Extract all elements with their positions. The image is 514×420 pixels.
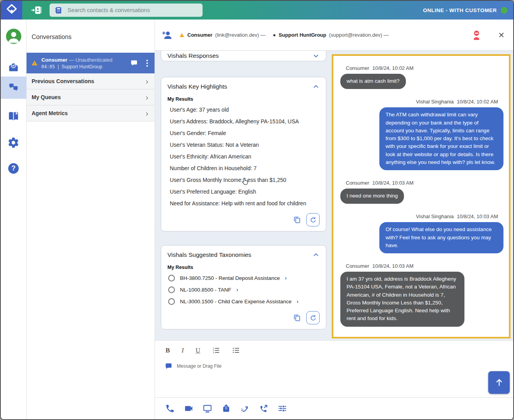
highlight-item: User's Veteran Status: Not a Veteran — [167, 139, 320, 151]
italic-button[interactable]: I — [181, 347, 184, 354]
screen-share-icon[interactable] — [202, 404, 212, 413]
taxonomy-option[interactable]: NL-3000.1500 - Child Care Expense Assist… — [167, 295, 320, 307]
chat-bubble-icon[interactable] — [130, 59, 138, 67]
chat-message: Consumer10/8/24, 10:03 AM I need one mor… — [340, 180, 503, 204]
sidebar-item-agent-metrics[interactable]: Agent Metrics › — [27, 105, 155, 121]
contact-directory-icon[interactable] — [31, 5, 43, 15]
participants-list: Consumer (link@revation.dev) — ● Support… — [179, 32, 389, 38]
underline-button[interactable]: U — [196, 347, 200, 354]
block-user-icon[interactable] — [471, 29, 482, 41]
message-sender: Consumer — [346, 180, 369, 186]
inbox-check-icon[interactable] — [8, 62, 19, 73]
warning-triangle-icon — [179, 32, 185, 38]
highlight-item: User's Preferred Language: English — [167, 186, 320, 198]
presence-status[interactable]: ONLINE - WITH CUSTOMER — [423, 7, 507, 14]
taxonomy-label: BH-3800.7250 - Rental Deposit Assistance — [180, 275, 280, 281]
copy-icon[interactable] — [293, 215, 301, 224]
ai-transfer-icon[interactable] — [240, 404, 250, 413]
call-actions-toolbar — [155, 397, 513, 419]
sidebar-item-conversations[interactable] — [1, 77, 27, 99]
participant-detail: (link@revation.dev) — — [215, 32, 265, 38]
online-indicator — [501, 7, 507, 14]
message-sender: Vishal Singhania — [416, 214, 454, 219]
highlight-item: User's Age: 37 years old — [167, 104, 320, 116]
warning-triangle-icon — [31, 60, 38, 66]
highlight-item: User's Address: Braddock, Allegheny PA-1… — [167, 116, 320, 127]
close-conversation-icon[interactable]: ✕ — [498, 30, 505, 40]
conversation-status: — Unauthenticated — [69, 57, 112, 63]
message-bubble: Of course! What else do you need assista… — [379, 222, 503, 253]
taxonomy-label: NL-1000.8500 - TANF — [180, 287, 231, 293]
chevron-down-icon[interactable] — [312, 52, 320, 60]
card-title: Vishals Suggested Taxonomies — [167, 251, 251, 258]
app-window: ONLINE - WITH CUSTOMER — [0, 0, 514, 420]
help-icon[interactable]: ? — [7, 162, 20, 174]
chat-message: Vishal Singhania10/8/24, 10:02 AM The AT… — [340, 99, 503, 170]
svg-text:3: 3 — [213, 351, 214, 354]
message-sender: Consumer — [346, 263, 369, 269]
presence-status-label: ONLINE - WITH CUSTOMER — [423, 7, 497, 13]
taxonomy-chevron-icon[interactable]: › — [297, 298, 299, 304]
message-timestamp: 10/8/24, 10:02 AM — [372, 65, 414, 71]
contacts-book-icon — [54, 6, 62, 14]
file-share-icon[interactable] — [221, 404, 231, 413]
conversation-list-item-active[interactable]: Consumer— Unauthenticated 04:05 | Suppor… — [27, 53, 155, 73]
sidebar-item-my-queues[interactable]: My Queues › — [27, 89, 155, 105]
message-bubble: I need one more thing — [340, 189, 404, 204]
call-settings-icon[interactable] — [277, 404, 287, 413]
bullet-list-icon[interactable] — [232, 346, 240, 354]
radio-button[interactable] — [168, 275, 175, 281]
send-button[interactable] — [488, 371, 510, 394]
card-vishals-key-highlights: Vishals Key Highlights My Results User's… — [161, 77, 326, 231]
message-timestamp: 10/8/24, 10:03 AM — [372, 263, 414, 269]
highlight-item: User's Ethnicity: African American — [167, 151, 320, 162]
phone-call-icon[interactable] — [165, 404, 175, 413]
participant-name: Consumer — [187, 32, 212, 38]
card-title: Vishals Responses — [167, 52, 219, 59]
knowledge-book-icon[interactable] — [7, 110, 20, 122]
formatting-toolbar: B I U 123 — [155, 341, 513, 354]
copy-icon[interactable] — [293, 313, 301, 322]
conversation-main: Consumer (link@revation.dev) — ● Support… — [155, 20, 513, 419]
conversations-title: Conversations — [32, 34, 155, 41]
conversation-timer: 04:05 — [41, 64, 55, 69]
bold-button[interactable]: B — [165, 347, 170, 354]
video-call-icon[interactable] — [183, 404, 194, 413]
message-input[interactable]: Message or Drag File — [155, 354, 513, 370]
add-participant-icon[interactable] — [162, 30, 173, 41]
ordered-list-icon[interactable]: 123 — [212, 346, 220, 354]
taxonomy-option[interactable]: NL-1000.8500 - TANF › — [167, 284, 320, 295]
taxonomy-option[interactable]: BH-3800.7250 - Rental Deposit Assistance… — [167, 272, 320, 284]
chat-message: Vishal Singhania10/8/24, 10:03 AM Of cou… — [340, 214, 503, 253]
chevron-up-icon[interactable] — [312, 251, 320, 258]
message-bubble: what is atm cash limit? — [340, 74, 406, 89]
taxonomy-chevron-icon[interactable]: › — [285, 275, 287, 281]
chat-transcript[interactable]: Consumer10/8/24, 10:02 AM what is atm ca… — [332, 54, 510, 338]
chat-message: Consumer10/8/24, 10:03 AM I am 37 yrs ol… — [340, 263, 503, 327]
chat-message: Consumer10/8/24, 10:02 AM what is atm ca… — [340, 65, 503, 89]
message-timestamp: 10/8/24, 10:03 AM — [457, 214, 498, 219]
radio-button[interactable] — [168, 287, 175, 293]
conversation-content: Vishals Responses Vishals Key Highlights — [155, 51, 513, 340]
call-transfer-icon[interactable] — [258, 404, 269, 413]
search-input[interactable] — [67, 7, 198, 14]
taxonomy-chevron-icon[interactable]: › — [237, 287, 238, 293]
search-box[interactable] — [50, 4, 203, 17]
refresh-icon[interactable] — [306, 213, 320, 226]
conversation-menu-icon[interactable] — [146, 59, 149, 68]
chevron-up-icon[interactable] — [312, 83, 320, 90]
card-vishals-responses: Vishals Responses — [161, 51, 326, 61]
sidebar-item-previous-conversations[interactable]: Previous Conversations › — [27, 73, 155, 89]
highlight-item: User's Gender: Female — [167, 127, 320, 139]
highlight-item: Need for Assistance: Help with rent and … — [167, 198, 320, 209]
highlight-item: User's Gross Monthly Income: Less than $… — [167, 174, 320, 186]
card-title: Vishals Key Highlights — [167, 83, 227, 90]
message-timestamp: 10/8/24, 10:02 AM — [457, 99, 498, 105]
conversation-meta-line: 04:05 | Support HuntGroup — [41, 64, 127, 69]
refresh-icon[interactable] — [306, 311, 320, 324]
conversation-queue: Support HuntGroup — [62, 64, 102, 69]
profile-avatar[interactable] — [5, 28, 22, 44]
settings-gear-icon[interactable] — [7, 137, 20, 149]
send-arrow-icon — [494, 377, 504, 388]
radio-button[interactable] — [168, 298, 175, 305]
